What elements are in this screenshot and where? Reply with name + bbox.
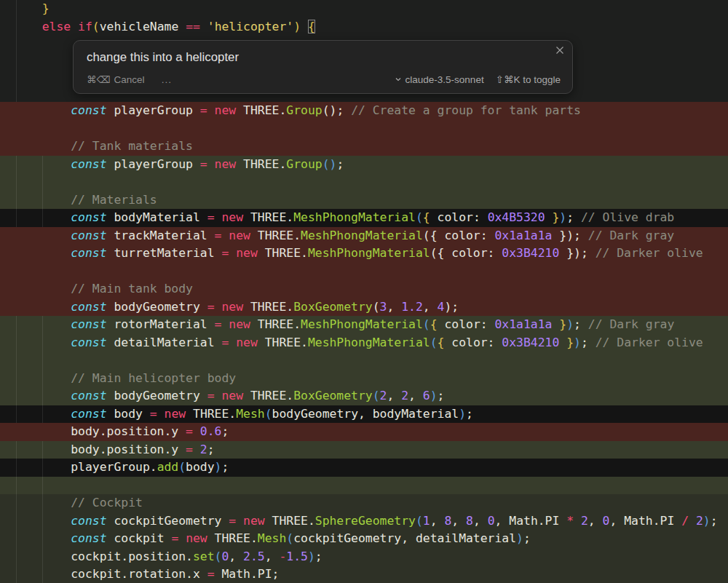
code-line[interactable]: const rotorMaterial = new THREE.MeshPhon… xyxy=(0,316,728,334)
indent-guide xyxy=(16,209,17,227)
code-line[interactable]: const trackMaterial = new THREE.MeshPhon… xyxy=(0,227,728,245)
code-token: vehicleName xyxy=(100,20,179,33)
code-line[interactable]: const detailMaterial = new THREE.MeshPho… xyxy=(0,334,728,352)
code-token: ( xyxy=(92,20,100,33)
code-token: cockpitGeometry, detailMaterial xyxy=(293,531,516,545)
code-line[interactable]: // Materials xyxy=(0,191,728,210)
code-token: new xyxy=(215,103,237,117)
code-token: const xyxy=(28,229,107,242)
code-token: const xyxy=(28,407,107,421)
code-token: new xyxy=(229,229,250,242)
code-token: ; xyxy=(466,407,473,421)
code-token: } xyxy=(552,210,559,224)
code-token xyxy=(157,407,165,421)
code-line[interactable]: body.position.y = 2; xyxy=(0,441,728,459)
code-token: // Darker olive xyxy=(596,336,703,349)
indent-guide xyxy=(16,494,17,512)
code-token: (); xyxy=(323,103,351,117)
code-line[interactable]: const cockpitGeometry = new THREE.Sphere… xyxy=(0,512,728,531)
code-token: = xyxy=(215,317,222,331)
code-token xyxy=(215,389,222,402)
code-token: }); xyxy=(552,229,587,242)
code-token: set xyxy=(193,550,215,563)
code-line[interactable]: cockpit.position.set(0, 2.5, -1.5); xyxy=(0,548,728,566)
code-token: // Dark gray xyxy=(588,229,674,242)
code-token: // Dark gray xyxy=(588,317,674,331)
code-token: 4 xyxy=(438,300,445,314)
code-line[interactable] xyxy=(0,352,728,370)
code-token: MeshPhongMaterial xyxy=(301,229,423,242)
code-token: { xyxy=(430,317,438,331)
code-line[interactable]: const body = new THREE.Mesh(bodyGeometry… xyxy=(0,405,728,424)
code-token: cockpitGeometry xyxy=(107,514,229,528)
indent-guide xyxy=(16,459,17,477)
code-token: THREE. xyxy=(243,389,293,402)
indent-guide xyxy=(16,477,17,495)
indent-guide xyxy=(42,477,43,495)
code-line[interactable] xyxy=(0,173,728,191)
code-line[interactable]: body.position.y = 0.6; xyxy=(0,423,728,441)
code-token: 2 xyxy=(581,514,588,528)
code-token: ) xyxy=(215,460,222,474)
code-line[interactable]: else if(vehicleName == 'helicopter') { xyxy=(0,18,728,36)
code-line[interactable] xyxy=(0,120,728,138)
code-token: = xyxy=(221,336,229,349)
code-token xyxy=(215,210,222,224)
code-line[interactable]: // Tank materials xyxy=(0,138,728,156)
code-token: , xyxy=(423,300,438,314)
code-token: new xyxy=(215,157,237,171)
code-token xyxy=(221,229,229,242)
code-line[interactable]: const bodyGeometry = new THREE.BoxGeomet… xyxy=(0,387,728,405)
code-token: else xyxy=(28,20,71,33)
code-line[interactable]: const playerGroup = new THREE.Group(); /… xyxy=(0,102,728,120)
code-line[interactable]: const cockpit = new THREE.Mesh(cockpitGe… xyxy=(0,530,728,548)
code-line[interactable] xyxy=(0,477,728,495)
code-token: add xyxy=(157,460,179,474)
more-options-button[interactable]: ... xyxy=(162,74,172,85)
close-icon[interactable] xyxy=(555,46,564,55)
inline-edit-popup[interactable]: change this into a helicopter ⌘⌫ Cancel … xyxy=(73,40,573,94)
code-line[interactable]: } xyxy=(0,0,728,18)
code-token: 0 xyxy=(488,514,495,528)
code-token: ) xyxy=(566,317,574,331)
code-token: body xyxy=(107,407,150,421)
prompt-input[interactable]: change this into a helicopter xyxy=(87,50,239,65)
code-token: // Main tank body xyxy=(28,282,193,296)
code-token: playerGroup xyxy=(107,157,200,171)
code-token xyxy=(301,20,308,33)
code-token xyxy=(193,443,200,456)
code-editor[interactable]: } else if(vehicleName == 'helicopter') {… xyxy=(0,0,728,583)
indent-guide xyxy=(16,18,17,36)
code-line[interactable]: const bodyMaterial = new THREE.MeshPhong… xyxy=(0,209,728,227)
model-selector[interactable]: claude-3.5-sonnet xyxy=(395,74,484,85)
code-token: bodyGeometry xyxy=(107,300,207,314)
code-line[interactable]: // Main tank body xyxy=(0,280,728,298)
code-line[interactable]: const turretMaterial = new THREE.MeshPho… xyxy=(0,245,728,263)
code-token xyxy=(236,514,243,528)
code-token: ( xyxy=(430,336,438,349)
code-token: ; xyxy=(438,389,445,402)
code-token: bodyGeometry xyxy=(107,389,207,402)
code-line[interactable]: cockpit.rotation.x = Math.PI; xyxy=(0,566,728,583)
code-line[interactable]: const bodyGeometry = new THREE.BoxGeomet… xyxy=(0,298,728,317)
code-token: 3 xyxy=(380,300,387,314)
code-line[interactable]: playerGroup.add(body); xyxy=(0,459,728,477)
code-token: playerGroup. xyxy=(28,460,157,474)
indent-guide xyxy=(42,352,43,370)
code-token: color: xyxy=(438,317,495,331)
code-line[interactable]: // Main helicopter body xyxy=(0,370,728,388)
code-token: , xyxy=(451,514,466,528)
code-token: const xyxy=(28,317,107,331)
code-token: 2 xyxy=(401,389,408,402)
cancel-button[interactable]: Cancel xyxy=(114,74,145,85)
code-token: THREE. xyxy=(236,103,286,117)
code-token xyxy=(178,531,186,545)
code-token: ; xyxy=(581,336,596,349)
code-token: const xyxy=(28,336,107,349)
code-line[interactable] xyxy=(0,263,728,281)
code-line[interactable]: // Cockpit xyxy=(0,494,728,512)
code-token: = xyxy=(207,567,215,581)
code-token: // Create a group for tank parts xyxy=(351,103,581,117)
indent-guide xyxy=(42,173,43,191)
code-line[interactable]: const playerGroup = new THREE.Group(); xyxy=(0,156,728,174)
